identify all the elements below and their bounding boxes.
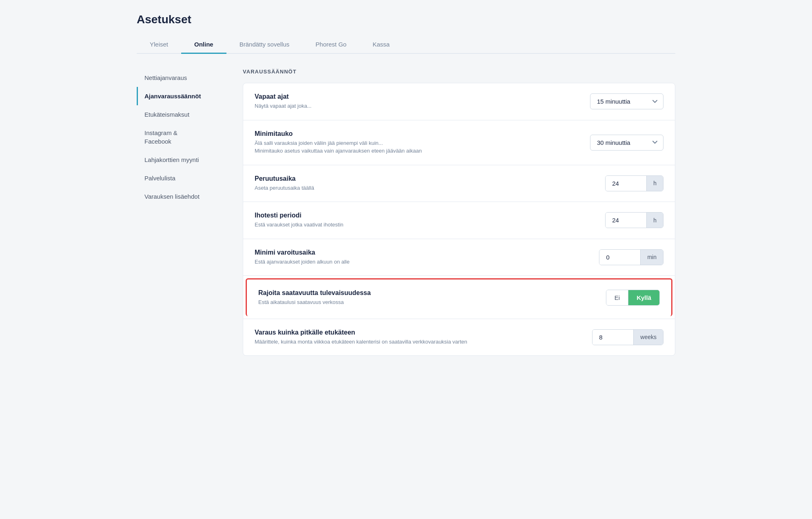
tab-phorest[interactable]: Phorest Go: [302, 36, 359, 54]
rule-rajoita-saatavuutta-desc: Estä aikataulusi saatavuus verkossa: [258, 298, 593, 306]
sidebar: Nettiajanvaraus Ajanvaraussäännöt Etukät…: [137, 69, 226, 356]
minimitauko-dropdown[interactable]: 0 minuuttia 5 minuuttia 10 minuuttia 15 …: [590, 135, 663, 151]
varaus-pitkalle-input[interactable]: [592, 330, 633, 345]
rule-peruutusaika-label: Peruutusaika: [255, 175, 592, 182]
rule-peruutusaika-desc: Aseta peruutusaika täällä: [255, 184, 592, 192]
varaus-pitkalle-unit: weeks: [633, 330, 663, 345]
tab-yleiset[interactable]: Yleiset: [137, 36, 181, 54]
rule-rajoita-saatavuutta-control: Ei Kyllä: [606, 290, 660, 306]
varaus-pitkalle-input-group: weeks: [592, 329, 663, 345]
rule-minimitauko-info: Minimitauko Älä salli varauksia joiden v…: [255, 130, 577, 155]
rule-rajoita-saatavuutta-label: Rajoita saatavuutta tulevaisuudessa: [258, 289, 593, 297]
rule-minimi-varoitusaika-desc: Estä ajanvaraukset joiden alkuun on alle: [255, 258, 586, 266]
rule-minimi-varoitusaika: Minimi varoitusaika Estä ajanvaraukset j…: [243, 239, 675, 276]
rule-ihotesti-label: Ihotesti periodi: [255, 212, 592, 219]
ihotesti-unit: h: [646, 213, 663, 228]
rule-minimitauko-label: Minimitauko: [255, 130, 577, 138]
rule-rajoita-saatavuutta-wrapper: Rajoita saatavuutta tulevaisuudessa Estä…: [243, 276, 675, 319]
rule-minimi-varoitusaika-info: Minimi varoitusaika Estä ajanvaraukset j…: [255, 249, 586, 266]
sidebar-item-ajanvaraussaannot[interactable]: Ajanvaraussäännöt: [137, 87, 226, 105]
tab-online[interactable]: Online: [181, 36, 226, 54]
ihotesti-input-group: h: [605, 212, 663, 228]
rule-peruutusaika-info: Peruutusaika Aseta peruutusaika täällä: [255, 175, 592, 192]
sidebar-item-varauksen-lisaehdot[interactable]: Varauksen lisäehdot: [137, 187, 226, 206]
rajoita-toggle-group: Ei Kyllä: [606, 290, 660, 306]
sidebar-item-etukateismaksut[interactable]: Etukäteismaksut: [137, 105, 226, 124]
rule-vapaat-ajat-desc: Näytä vapaat ajat joka...: [255, 102, 577, 110]
rule-varaus-pitkalle-desc: Määrittele, kuinka monta viikkoa etukäte…: [255, 338, 579, 346]
sidebar-item-nettiajanvaraus[interactable]: Nettiajanvaraus: [137, 69, 226, 87]
rule-peruutusaika-control: h: [605, 175, 663, 191]
rule-vapaat-ajat-info: Vapaat ajat Näytä vapaat ajat joka...: [255, 93, 577, 110]
minimi-varoitusaika-input[interactable]: [599, 250, 640, 265]
peruutusaika-input[interactable]: [606, 176, 646, 191]
tab-kassa[interactable]: Kassa: [359, 36, 403, 54]
vapaat-ajat-dropdown[interactable]: 5 minuuttia 10 minuuttia 15 minuuttia 20…: [590, 93, 663, 109]
sidebar-item-lahjakorttien-myynti[interactable]: Lahjakorttien myynti: [137, 151, 226, 169]
rule-minimitauko: Minimitauko Älä salli varauksia joiden v…: [243, 120, 675, 165]
top-tabs: Yleiset Online Brändätty sovellus Phores…: [137, 36, 675, 54]
rule-ihotesti-info: Ihotesti periodi Estä varaukset jotka va…: [255, 212, 592, 229]
minimi-varoitusaika-input-group: min: [599, 249, 663, 265]
rule-rajoita-saatavuutta-info: Rajoita saatavuutta tulevaisuudessa Estä…: [258, 289, 593, 306]
rule-minimi-varoitusaika-control: min: [599, 249, 663, 265]
rule-varaus-pitkalle: Varaus kuinka pitkälle etukäteen Määritt…: [243, 319, 675, 356]
rule-varaus-pitkalle-info: Varaus kuinka pitkälle etukäteen Määritt…: [255, 329, 579, 346]
rule-vapaat-ajat-control: 5 minuuttia 10 minuuttia 15 minuuttia 20…: [590, 93, 663, 109]
peruutusaika-unit: h: [646, 176, 663, 191]
toggle-kylla-button[interactable]: Kyllä: [628, 290, 659, 305]
rule-vapaat-ajat-label: Vapaat ajat: [255, 93, 577, 100]
rule-ihotesti-desc: Estä varaukset jotka vaativat ihotestin: [255, 221, 592, 229]
toggle-ei-button[interactable]: Ei: [606, 290, 628, 305]
minimi-varoitusaika-unit: min: [640, 250, 663, 265]
sidebar-item-instagram-facebook[interactable]: Instagram &Facebook: [137, 124, 226, 151]
peruutusaika-input-group: h: [605, 175, 663, 191]
rule-varaus-pitkalle-control: weeks: [592, 329, 663, 345]
rule-minimitauko-control: 0 minuuttia 5 minuuttia 10 minuuttia 15 …: [590, 135, 663, 151]
rule-rajoita-saatavuutta: Rajoita saatavuutta tulevaisuudessa Estä…: [246, 278, 672, 316]
rule-varaus-pitkalle-label: Varaus kuinka pitkälle etukäteen: [255, 329, 579, 336]
section-title: VARAUSSÄÄNNÖT: [243, 69, 675, 75]
rule-minimi-varoitusaika-label: Minimi varoitusaika: [255, 249, 586, 256]
rule-ihotesti-periodi: Ihotesti periodi Estä varaukset jotka va…: [243, 202, 675, 239]
rules-card: Vapaat ajat Näytä vapaat ajat joka... 5 …: [243, 83, 675, 356]
rule-peruutusaika: Peruutusaika Aseta peruutusaika täällä h: [243, 165, 675, 202]
tab-brandatty[interactable]: Brändätty sovellus: [226, 36, 303, 54]
ihotesti-input[interactable]: [606, 213, 646, 228]
rule-minimitauko-desc: Älä salli varauksia joiden väliin jää pi…: [255, 139, 577, 155]
rule-vapaat-ajat: Vapaat ajat Näytä vapaat ajat joka... 5 …: [243, 83, 675, 120]
sidebar-item-palvelulista[interactable]: Palvelulista: [137, 169, 226, 187]
rule-ihotesti-control: h: [605, 212, 663, 228]
page-title: Asetukset: [137, 13, 675, 26]
main-content: VARAUSSÄÄNNÖT Vapaat ajat Näytä vapaat a…: [243, 69, 675, 356]
